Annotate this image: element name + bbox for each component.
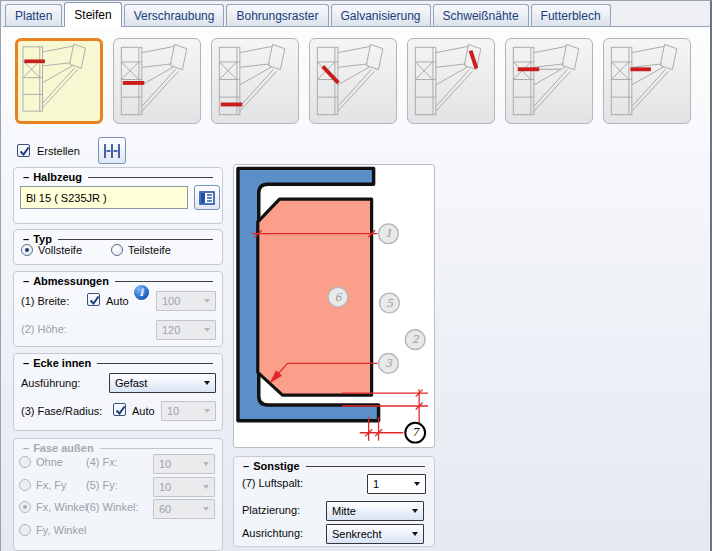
joint-properties-dialog: PlattenSteifenVerschraubungBohrungsraste… xyxy=(0,0,712,551)
tab-bar: PlattenSteifenVerschraubungBohrungsraste… xyxy=(3,2,710,27)
thumbnail-option-7[interactable] xyxy=(603,38,691,124)
fase-aussen-title: Fase außen xyxy=(33,442,94,454)
fase-aussen-radio-4 xyxy=(19,524,31,536)
tab-galvanisierung[interactable]: Galvanisierung xyxy=(331,4,431,26)
stiffener-variant-drawing xyxy=(506,39,592,123)
fase-aussen-radio-label: Fx, Winkel xyxy=(36,501,87,513)
fase-aussen-field-label: (5) Fy: xyxy=(86,479,118,491)
callout-number: 6 xyxy=(334,291,342,304)
abmessungen-title: Abmessungen xyxy=(33,275,109,287)
fase-radius-label: (3) Fase/Radius: xyxy=(21,405,102,417)
ausfuehrung-combo[interactable]: Gefast xyxy=(109,373,216,393)
stiffener-variant-drawing xyxy=(212,39,298,123)
thumbnail-option-6[interactable] xyxy=(505,38,593,124)
stiffener-variant-drawing xyxy=(16,39,98,119)
stiffener-icon xyxy=(103,143,121,159)
thumbnail-option-4[interactable] xyxy=(309,38,397,124)
tab-verschraubung[interactable]: Verschraubung xyxy=(124,4,225,26)
fase-aussen-field-label: (6) Winkel: xyxy=(86,501,139,513)
stiffener-variant-drawing xyxy=(408,39,494,123)
chevron-down-icon xyxy=(412,509,418,513)
callout-number: 2 xyxy=(412,333,420,346)
fase-aussen-combo-2: 10 xyxy=(153,477,215,497)
ecke-innen-title: Ecke innen xyxy=(33,357,91,369)
catalog-icon xyxy=(199,191,215,205)
fase-aussen-radio-label: Ohne xyxy=(36,456,63,468)
tab-platten[interactable]: Platten xyxy=(5,4,62,26)
fase-aussen-radio-3 xyxy=(19,501,31,513)
sonstige-label-1: (7) Luftspalt: xyxy=(242,477,303,489)
callout-number: 1 xyxy=(385,227,392,240)
callout-number: 5 xyxy=(386,297,394,310)
breite-auto-checkbox[interactable] xyxy=(87,293,100,306)
sonstige-label-3: Ausrichtung: xyxy=(242,527,303,539)
stiffener-variant-drawing xyxy=(310,39,396,123)
halbzeug-catalog-button[interactable] xyxy=(194,185,220,210)
checkmark-icon xyxy=(114,404,127,417)
tab-steifen[interactable]: Steifen xyxy=(64,2,121,27)
checkmark-icon xyxy=(88,294,101,307)
tab-schweißnähte[interactable]: Schweißnähte xyxy=(433,4,529,26)
ausfuehrung-label: Ausführung: xyxy=(21,377,80,389)
chevron-down-icon xyxy=(204,299,210,303)
chevron-down-icon xyxy=(204,381,210,385)
fase-aussen-radio-1 xyxy=(19,456,31,468)
halbzeug-title: Halbzeug xyxy=(33,171,82,183)
stiffener-mode-button[interactable] xyxy=(98,137,126,164)
chevron-down-icon xyxy=(203,507,209,511)
tab-futterblech[interactable]: Futterblech xyxy=(531,4,611,26)
sonstige-combo-2[interactable]: Mitte xyxy=(326,501,424,521)
stiffener-variant-drawing xyxy=(604,39,690,123)
fase-radius-combo: 10 xyxy=(161,401,216,421)
sonstige-combo-1[interactable]: 1 xyxy=(367,474,426,494)
thumbnail-option-3[interactable] xyxy=(211,38,299,124)
fase-auto-label: Auto xyxy=(132,405,155,417)
chevron-down-icon xyxy=(203,485,209,489)
chevron-down-icon xyxy=(204,328,210,332)
fase-aussen-radio-label: Fx, Fy xyxy=(36,479,67,491)
checkmark-icon xyxy=(18,145,31,158)
sonstige-label-2: Platzierung: xyxy=(242,504,300,516)
thumbnail-option-5[interactable] xyxy=(407,38,495,124)
thumbnail-option-2[interactable] xyxy=(113,38,201,124)
halbzeug-input[interactable]: Bl 15 ( S235JR ) xyxy=(20,186,188,209)
hoehe-combo: 120 xyxy=(156,320,216,340)
callout-number: 3 xyxy=(385,357,393,370)
breite-label: (1) Breite: xyxy=(21,295,69,307)
stiffener-diagram-panel: 165237 xyxy=(233,164,435,448)
fase-aussen-radio-label: Fy, Winkel xyxy=(36,524,87,536)
stiffener-plate xyxy=(258,199,372,395)
info-icon[interactable]: i xyxy=(134,285,149,300)
chevron-down-icon xyxy=(203,462,209,466)
tab-bohrungsraster[interactable]: Bohrungsraster xyxy=(226,4,328,26)
fase-aussen-field-label: (4) Fx: xyxy=(86,456,118,468)
thumbnail-option-1[interactable] xyxy=(15,38,103,124)
breite-combo: 100 xyxy=(156,291,216,311)
typ-radio-label: Vollsteife xyxy=(38,244,82,256)
chevron-down-icon xyxy=(412,532,418,536)
chevron-down-icon xyxy=(204,409,210,413)
typ-radio-vollsteife[interactable] xyxy=(21,244,33,256)
stiffener-diagram: 165237 xyxy=(234,165,434,447)
erstellen-checkbox[interactable] xyxy=(17,144,30,157)
fase-aussen-combo-3: 60 xyxy=(153,499,215,519)
sonstige-title: Sonstige xyxy=(253,460,299,472)
fase-aussen-combo-1: 10 xyxy=(153,454,215,474)
stiffener-variant-drawing xyxy=(114,39,200,123)
fase-aussen-radio-2 xyxy=(19,479,31,491)
breite-auto-label: Auto xyxy=(106,295,129,307)
typ-radio-label: Teilsteife xyxy=(128,244,171,256)
chevron-down-icon xyxy=(414,482,420,486)
hoehe-label: (2) Höhe: xyxy=(21,323,67,335)
sonstige-combo-3[interactable]: Senkrecht xyxy=(326,524,424,544)
typ-radio-teilsteife[interactable] xyxy=(111,244,123,256)
fase-auto-checkbox[interactable] xyxy=(113,403,126,416)
erstellen-label: Erstellen xyxy=(37,145,80,157)
steifen-tab-content: Erstellen –Halbzeug Bl 15 ( S235JR ) xyxy=(1,27,710,551)
